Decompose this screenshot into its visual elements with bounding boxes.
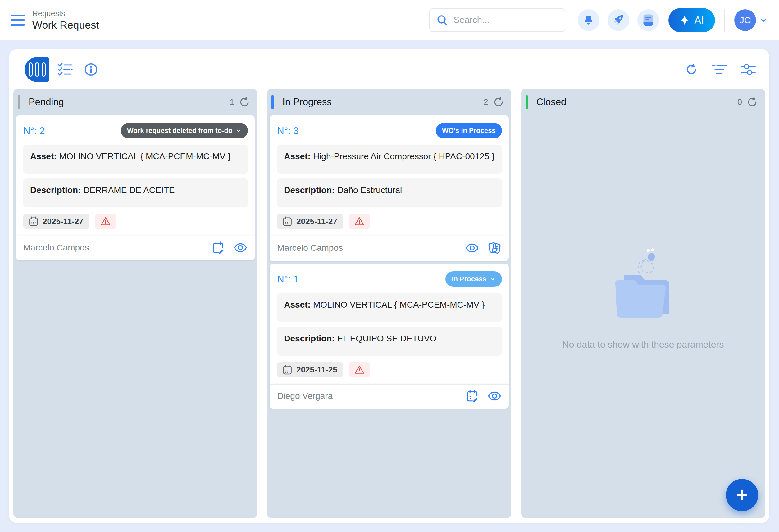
description-label: Description: bbox=[284, 334, 335, 343]
description-value: DERRAME DE ACEITE bbox=[83, 185, 175, 195]
due-date: 2025-11-27 bbox=[296, 217, 337, 226]
header-icon-group bbox=[578, 9, 659, 31]
status-badge-label: Work request deleted from to-do bbox=[127, 127, 232, 135]
checklist-view-icon[interactable] bbox=[57, 62, 73, 77]
column-refresh-icon[interactable] bbox=[746, 96, 758, 108]
asset-value: High-Pressure Air Compressor { HPAC-0012… bbox=[313, 151, 495, 161]
bell-icon bbox=[583, 14, 595, 26]
ai-button-label: AI bbox=[694, 14, 704, 26]
work-request-panel: Pending 1 N°: 2 Work request deleted fro… bbox=[9, 49, 769, 523]
status-badge[interactable]: In Process bbox=[445, 271, 502, 287]
work-request-card[interactable]: N°: 2 Work request deleted from to-do As… bbox=[16, 116, 255, 260]
column-title: Pending bbox=[28, 96, 64, 108]
column-count: 0 bbox=[737, 97, 742, 107]
assignee-name: Marcelo Campos bbox=[23, 243, 89, 253]
description-field: Description:EL EQUIPO SE DETUVO bbox=[277, 327, 502, 356]
column-pending-header: Pending 1 bbox=[13, 89, 257, 116]
header-divider bbox=[724, 9, 725, 32]
status-badge-label: WO's in Process bbox=[442, 127, 496, 135]
kanban-board: Pending 1 N°: 2 Work request deleted fro… bbox=[9, 89, 769, 523]
avatar-initials: JC bbox=[739, 15, 751, 25]
description-field: Description:DERRAME DE ACEITE bbox=[23, 179, 248, 207]
asset-label: Asset: bbox=[284, 151, 311, 161]
warning-triangle-icon bbox=[354, 217, 365, 226]
description-value: Daño Estructural bbox=[337, 185, 402, 195]
calendar-edit-icon[interactable] bbox=[212, 241, 225, 254]
column-refresh-icon[interactable] bbox=[239, 96, 250, 108]
work-orders-icon[interactable] bbox=[488, 241, 501, 255]
description-label: Description: bbox=[284, 185, 335, 195]
kanban-view-button[interactable] bbox=[24, 57, 49, 82]
work-request-card[interactable]: N°: 1 In Process Asset:MOLINO VERTICAL {… bbox=[269, 264, 508, 409]
book-icon bbox=[643, 14, 654, 26]
column-in-progress: In Progress 2 N°: 3 WO's in Process bbox=[267, 89, 511, 518]
column-refresh-icon[interactable] bbox=[493, 96, 504, 108]
sparkle-icon bbox=[679, 15, 690, 25]
description-field: Description:Daño Estructural bbox=[277, 179, 502, 207]
asset-value: MOLINO VERTICAL { MCA-PCEM-MC-MV } bbox=[59, 151, 231, 161]
assignee-name: Diego Vergara bbox=[277, 391, 333, 401]
card-number: N°: 1 bbox=[277, 271, 298, 285]
description-value: EL EQUIPO SE DETUVO bbox=[337, 334, 436, 343]
due-date-chip: 2025-11-25 bbox=[277, 362, 343, 377]
chevron-down-icon bbox=[489, 276, 496, 282]
due-date-chip: 2025-11-27 bbox=[23, 214, 89, 229]
in-progress-accent-bar bbox=[272, 95, 274, 109]
description-label: Description: bbox=[30, 185, 81, 195]
asset-value: MOLINO VERTICAL { MCA-PCEM-MC-MV } bbox=[313, 300, 485, 310]
asset-field: Asset:MOLINO VERTICAL { MCA-PCEM-MC-MV } bbox=[23, 145, 248, 174]
asset-field: Asset:High-Pressure Air Compressor { HPA… bbox=[277, 145, 502, 174]
eye-icon[interactable] bbox=[465, 243, 479, 254]
status-badge-label: In Process bbox=[452, 275, 486, 283]
card-number: N°: 2 bbox=[23, 123, 45, 137]
page-title: Work Request bbox=[32, 19, 99, 31]
asset-field: Asset:MOLINO VERTICAL { MCA-PCEM-MC-MV } bbox=[277, 293, 502, 322]
column-count: 1 bbox=[230, 97, 234, 107]
calendar-icon bbox=[29, 216, 38, 226]
column-in-progress-header: In Progress 2 bbox=[267, 89, 511, 116]
avatar[interactable]: JC bbox=[734, 9, 756, 31]
search-icon bbox=[436, 14, 448, 26]
add-work-request-button[interactable] bbox=[726, 479, 758, 511]
work-request-card[interactable]: N°: 3 WO's in Process Asset:High-Pressur… bbox=[269, 116, 508, 261]
pending-cards: N°: 2 Work request deleted from to-do As… bbox=[13, 116, 257, 260]
warning-triangle-icon bbox=[354, 365, 365, 374]
due-date: 2025-11-25 bbox=[296, 365, 337, 375]
empty-state-message: No data to show with these parameters bbox=[562, 339, 724, 350]
notifications-button[interactable] bbox=[578, 9, 599, 31]
calendar-icon bbox=[283, 365, 292, 375]
asset-label: Asset: bbox=[284, 300, 311, 310]
eye-icon[interactable] bbox=[488, 391, 501, 402]
filter-icon[interactable] bbox=[712, 64, 726, 75]
warning-triangle-icon bbox=[100, 217, 111, 226]
plus-icon bbox=[734, 488, 750, 503]
display-settings-icon[interactable] bbox=[741, 64, 756, 75]
hamburger-menu-icon[interactable] bbox=[11, 15, 25, 26]
status-badge[interactable]: Work request deleted from to-do bbox=[121, 123, 248, 138]
card-number: N°: 3 bbox=[277, 123, 298, 137]
breadcrumb: Requests bbox=[32, 9, 99, 18]
assignee-name: Marcelo Campos bbox=[277, 243, 343, 253]
ai-assistant-button[interactable]: AI bbox=[668, 8, 715, 32]
column-closed-header: Closed 0 bbox=[521, 89, 765, 116]
whats-new-button[interactable] bbox=[607, 9, 629, 31]
search-input[interactable] bbox=[454, 15, 558, 25]
column-closed: Closed 0 bbox=[521, 89, 765, 518]
info-icon[interactable] bbox=[84, 63, 98, 76]
due-date: 2025-11-27 bbox=[43, 217, 83, 226]
rocket-icon bbox=[612, 14, 625, 27]
eye-icon[interactable] bbox=[234, 242, 247, 253]
closed-accent-bar bbox=[526, 95, 528, 109]
account-chevron-down-icon[interactable] bbox=[759, 16, 768, 24]
status-badge[interactable]: WO's in Process bbox=[436, 123, 502, 138]
release-notes-button[interactable] bbox=[637, 9, 659, 31]
empty-state: No data to show with these parameters bbox=[521, 116, 765, 518]
pending-accent-bar bbox=[18, 95, 20, 109]
search-box[interactable] bbox=[429, 8, 565, 32]
calendar-edit-icon[interactable] bbox=[466, 390, 479, 403]
refresh-icon[interactable] bbox=[685, 63, 698, 76]
title-block: Requests Work Request bbox=[32, 9, 99, 31]
column-count: 2 bbox=[484, 97, 488, 107]
calendar-icon bbox=[283, 216, 292, 226]
overdue-warning-chip bbox=[95, 213, 116, 229]
